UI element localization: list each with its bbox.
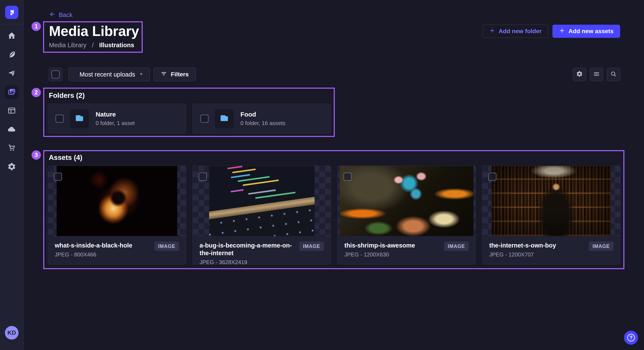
feather-icon [7, 50, 16, 60]
arrow-left-icon [49, 11, 55, 19]
folder-text: Food 0 folder, 16 assets [240, 111, 285, 127]
asset-checkbox[interactable] [199, 173, 207, 181]
sidebar-item-media-library[interactable] [5, 85, 18, 99]
strapi-logo-icon[interactable] [5, 6, 18, 19]
folder-meta: 0 folder, 1 asset [96, 120, 135, 127]
search-icon [610, 71, 617, 78]
add-new-assets-label: Add new assets [568, 28, 614, 35]
sidebar-item-marketplace[interactable] [5, 142, 18, 155]
grid-settings-button[interactable] [573, 68, 586, 81]
gear-icon [576, 71, 583, 78]
cloud-icon [7, 125, 16, 135]
asset-type-badge: IMAGE [444, 242, 469, 251]
folder-name[interactable]: Nature [96, 111, 135, 118]
list-icon [593, 71, 600, 78]
back-link[interactable]: Back [49, 11, 72, 19]
folder-card-nature[interactable]: Nature 0 folder, 1 asset [48, 104, 186, 134]
asset-meta: JPEG - 800X466 [55, 251, 132, 258]
folder-meta: 0 folder, 16 assets [240, 120, 285, 127]
breadcrumb-parent[interactable]: Media Library [49, 42, 86, 49]
media-library-icon [7, 87, 16, 97]
layout-icon [7, 106, 16, 116]
sidebar-item-settings[interactable] [5, 160, 18, 174]
help-button[interactable]: ? [624, 331, 638, 345]
asset-footer: this-shrimp-is-awesome JPEG - 1200X630 I… [338, 236, 476, 264]
folders-grid: Nature 0 folder, 1 asset Food 0 folder, … [48, 104, 331, 134]
toolbar: Most recent uploads Filters [49, 68, 620, 81]
asset-title: a-bug-is-becoming-a-meme-on-the-internet [200, 242, 299, 257]
sidebar-item-releases[interactable] [5, 67, 18, 80]
list-view-button[interactable] [590, 68, 603, 81]
asset-card[interactable]: what-s-inside-a-black-hole JPEG - 800X46… [48, 166, 186, 265]
asset-title: the-internet-s-own-boy [489, 242, 556, 249]
asset-card[interactable]: a-bug-is-becoming-a-meme-on-the-internet… [192, 166, 331, 265]
asset-footer: what-s-inside-a-black-hole JPEG - 800X46… [48, 236, 186, 264]
folder-checkbox[interactable] [200, 115, 208, 123]
sidebar-item-home[interactable] [5, 29, 18, 43]
black-hole-image [57, 166, 177, 236]
asset-checkbox[interactable] [54, 173, 62, 181]
back-label: Back [59, 11, 72, 18]
library-portrait-image [492, 166, 611, 236]
folder-tile [70, 109, 89, 128]
asset-type-badge: IMAGE [589, 242, 614, 251]
folder-icon [219, 113, 229, 124]
breadcrumb-current: Illustrations [99, 42, 134, 49]
folder-card-food[interactable]: Food 0 folder, 16 assets [192, 104, 331, 134]
asset-footer: a-bug-is-becoming-a-meme-on-the-internet… [193, 236, 331, 265]
plus-icon [559, 28, 565, 35]
folder-tile [215, 109, 234, 128]
asset-thumbnail [482, 166, 620, 236]
asset-thumbnail [48, 166, 186, 236]
asset-meta: JPEG - 1200X630 [344, 251, 415, 258]
sidebar-item-deploy[interactable] [5, 123, 18, 137]
gear-icon [7, 162, 16, 172]
sort-value: Most recent uploads [76, 71, 138, 78]
mantis-shrimp-image [340, 166, 474, 236]
sidebar: KD [0, 0, 24, 350]
asset-card[interactable]: the-internet-s-own-boy JPEG - 1200X707 I… [482, 166, 620, 265]
user-avatar[interactable]: KD [5, 326, 18, 340]
asset-type-badge: IMAGE [154, 242, 179, 251]
breadcrumb: Media Library / Illustrations [49, 42, 134, 49]
asset-card[interactable]: this-shrimp-is-awesome JPEG - 1200X630 I… [337, 166, 476, 265]
asset-thumbnail [338, 166, 476, 236]
logo-box [0, 0, 24, 25]
laptop-code-image [209, 166, 314, 236]
assets-grid: what-s-inside-a-black-hole JPEG - 800X46… [48, 166, 620, 265]
asset-checkbox[interactable] [344, 173, 352, 181]
sidebar-item-content-manager[interactable] [5, 104, 18, 118]
sidebar-item-content[interactable] [5, 48, 18, 62]
asset-checkbox[interactable] [488, 173, 496, 181]
filters-label: Filters [171, 71, 189, 78]
asset-meta: JPEG - 1200X707 [489, 251, 556, 258]
folder-icon [74, 113, 84, 124]
folder-text: Nature 0 folder, 1 asset [96, 111, 135, 127]
asset-footer: the-internet-s-own-boy JPEG - 1200X707 I… [482, 236, 620, 264]
folders-heading: Folders (2) [49, 91, 85, 100]
asset-thumbnail [193, 166, 331, 236]
asset-meta: JPEG - 3628X2419 [200, 259, 299, 265]
add-new-folder-label: Add new folder [498, 28, 542, 35]
plus-icon [489, 28, 495, 35]
sidebar-nav [0, 29, 24, 174]
search-button[interactable] [607, 68, 620, 81]
sort-dropdown[interactable]: Most recent uploads [68, 68, 150, 81]
breadcrumb-separator: / [92, 42, 94, 49]
paper-plane-icon [7, 69, 16, 78]
select-all-wrap[interactable] [49, 68, 62, 81]
folder-name[interactable]: Food [240, 111, 285, 118]
folder-checkbox[interactable] [56, 115, 64, 123]
page-title: Media Library [49, 23, 139, 39]
filter-icon [160, 71, 167, 78]
cart-icon [7, 144, 16, 153]
header-actions: Add new folder Add new assets [482, 25, 620, 38]
filters-button[interactable]: Filters [154, 68, 196, 81]
select-all-checkbox[interactable] [52, 70, 60, 78]
question-icon: ? [627, 334, 635, 342]
add-new-assets-button[interactable]: Add new assets [552, 25, 620, 38]
chevron-down-icon [138, 71, 144, 78]
add-new-folder-button[interactable]: Add new folder [482, 25, 548, 38]
home-icon [7, 31, 16, 41]
assets-heading: Assets (4) [49, 154, 82, 162]
